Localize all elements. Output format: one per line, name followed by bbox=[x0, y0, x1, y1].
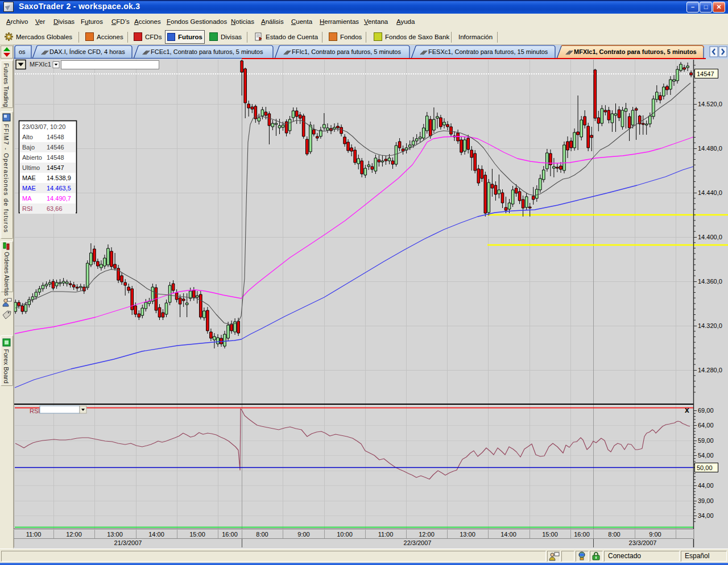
svg-text:RSI: RSI bbox=[22, 205, 32, 212]
svg-text:9:00: 9:00 bbox=[297, 531, 309, 538]
svg-text:59,00: 59,00 bbox=[698, 437, 714, 444]
svg-text:14.463,5: 14.463,5 bbox=[47, 185, 71, 192]
svg-text:14:00: 14:00 bbox=[148, 531, 164, 538]
svg-text:Abierto: Abierto bbox=[22, 154, 42, 161]
svg-text:14.490,7: 14.490,7 bbox=[47, 195, 71, 202]
svg-text:14.400,0: 14.400,0 bbox=[698, 234, 722, 240]
svg-text:14547: 14547 bbox=[47, 164, 64, 171]
svg-text:15:00: 15:00 bbox=[189, 531, 205, 538]
svg-text:12:00: 12:00 bbox=[66, 531, 82, 538]
svg-text:14.480,0: 14.480,0 bbox=[698, 145, 722, 152]
svg-text:MFXIc1: MFXIc1 bbox=[30, 61, 51, 68]
svg-text:14.538,9: 14.538,9 bbox=[47, 175, 71, 181]
svg-text:14548: 14548 bbox=[47, 134, 64, 140]
svg-text:16:00: 16:00 bbox=[222, 531, 238, 538]
svg-text:FCEc1, Contrato para futuros,: FCEc1, Contrato para futuros, 5 minutos bbox=[151, 48, 263, 55]
svg-text:39,00: 39,00 bbox=[698, 497, 714, 504]
svg-text:21/3/2007: 21/3/2007 bbox=[114, 539, 142, 546]
svg-text:69,00: 69,00 bbox=[698, 407, 714, 414]
svg-text:14.360,0: 14.360,0 bbox=[698, 278, 722, 285]
svg-text:MA: MA bbox=[22, 195, 32, 202]
svg-text:Ultimo: Ultimo bbox=[22, 164, 40, 171]
svg-text:FESXc1, Contrato para futuros,: FESXc1, Contrato para futuros, 15 minuto… bbox=[428, 48, 548, 55]
svg-text:63,66: 63,66 bbox=[47, 205, 63, 212]
svg-text:DAX.I, Índice CFD, 4 horas: DAX.I, Índice CFD, 4 horas bbox=[49, 48, 125, 55]
svg-text:os: os bbox=[19, 48, 26, 55]
svg-text:13:00: 13:00 bbox=[460, 531, 475, 538]
svg-text:MAE: MAE bbox=[22, 175, 36, 181]
svg-text:9:00: 9:00 bbox=[649, 531, 661, 538]
svg-text:MAE: MAE bbox=[22, 185, 36, 192]
svg-text:11:00: 11:00 bbox=[378, 531, 394, 538]
svg-text:14546: 14546 bbox=[47, 144, 64, 151]
svg-text:Alto: Alto bbox=[22, 134, 33, 140]
svg-text:Bajo: Bajo bbox=[22, 144, 35, 151]
svg-text:14:00: 14:00 bbox=[500, 531, 516, 538]
svg-text:64,00: 64,00 bbox=[698, 422, 714, 429]
svg-text:MFXIc1, Contrato para futuros,: MFXIc1, Contrato para futuros, 5 minutos bbox=[574, 48, 697, 55]
svg-text:23/03/07, 10:20: 23/03/07, 10:20 bbox=[22, 123, 65, 130]
svg-text:14548: 14548 bbox=[47, 154, 64, 161]
svg-text:x: x bbox=[685, 405, 689, 414]
svg-text:13:00: 13:00 bbox=[107, 531, 123, 538]
svg-text:15:00: 15:00 bbox=[542, 531, 558, 538]
svg-text:14.520,0: 14.520,0 bbox=[698, 101, 722, 107]
svg-text:11:00: 11:00 bbox=[26, 531, 42, 538]
svg-text:22/3/2007: 22/3/2007 bbox=[404, 539, 432, 546]
svg-text:14.440,0: 14.440,0 bbox=[698, 189, 722, 196]
svg-text:10:00: 10:00 bbox=[337, 531, 353, 538]
svg-text:16:00: 16:00 bbox=[574, 531, 590, 538]
svg-text:14547: 14547 bbox=[697, 70, 714, 77]
svg-text:8:00: 8:00 bbox=[256, 531, 268, 538]
svg-text:RSI: RSI bbox=[30, 408, 40, 414]
svg-text:14.320,0: 14.320,0 bbox=[698, 322, 722, 329]
svg-text:12:00: 12:00 bbox=[419, 531, 435, 538]
svg-text:8:00: 8:00 bbox=[608, 531, 620, 538]
svg-text:44,00: 44,00 bbox=[698, 482, 714, 489]
svg-text:14.280,0: 14.280,0 bbox=[698, 367, 722, 373]
svg-text:34,00: 34,00 bbox=[698, 512, 714, 519]
svg-text:50,00: 50,00 bbox=[697, 464, 713, 471]
svg-text:54,00: 54,00 bbox=[698, 452, 714, 459]
svg-text:FFIc1, Contrato para futuros,: FFIc1, Contrato para futuros, 5 minutos bbox=[292, 48, 401, 55]
svg-text:23/3/2007: 23/3/2007 bbox=[629, 539, 657, 546]
